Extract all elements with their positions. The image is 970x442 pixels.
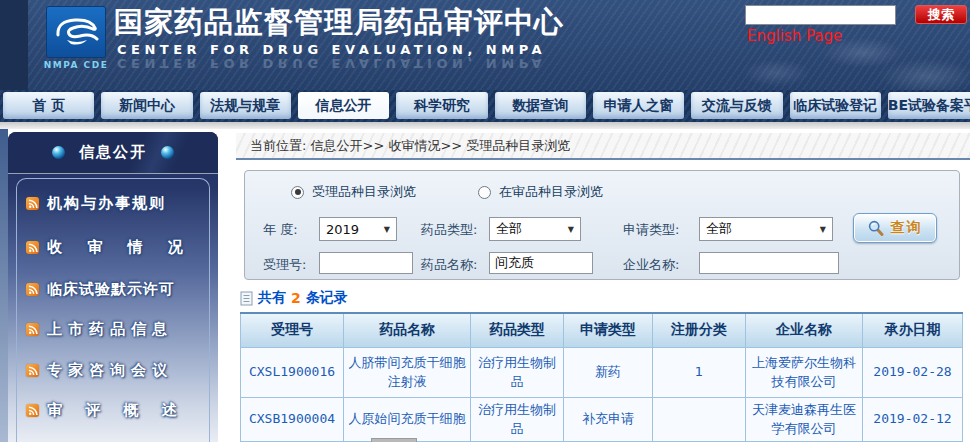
tab-science-research[interactable]: 科学研究 (396, 92, 487, 119)
sidebar-item-org-rules[interactable]: 机构与办事规则 (26, 194, 166, 213)
cell-drug-name: 人原始间充质干细胞 (344, 397, 471, 441)
drug-name-label: 药品名称: (421, 256, 477, 274)
breadcrumb: 当前位置: 信息公开>> 收审情况>> 受理品种目录浏览 (236, 133, 970, 160)
table-header-row: 受理号 药品名称 药品类型 申请类型 注册分类 企业名称 承办日期 (241, 313, 963, 347)
logo-caption: NMPA CDE (34, 60, 118, 70)
catalog-radio-group: 受理品种目录浏览 在审品种目录浏览 (291, 183, 603, 201)
sidebar-item-acceptance-review[interactable]: 收 审 情 况 (26, 238, 193, 257)
main-nav: 首 页 新闻中心 法规与规章 信息公开 科学研究 数据查询 申请人之窗 交流与反… (0, 90, 970, 122)
records-summary: 共有 2 条记录 (240, 289, 348, 307)
query-button[interactable]: 查询 (853, 213, 937, 243)
sidebar-header: 信息公开 (8, 132, 218, 174)
col-handle-date: 承办日期 (863, 313, 963, 347)
apply-type-select[interactable]: 全部 ▼ (699, 217, 833, 241)
sphere-icon (52, 146, 65, 159)
cell-accept-no: CXSL1900016 (241, 347, 344, 397)
left-edge-strip (0, 129, 8, 442)
cell-drug-name: 人脐带间充质干细胞注射液 (344, 347, 471, 397)
radio-under-review-label: 在审品种目录浏览 (499, 183, 603, 201)
query-button-label: 查询 (891, 219, 923, 237)
records-suffix: 条记录 (306, 289, 348, 307)
company-name-label: 企业名称: (623, 256, 679, 274)
apply-type-select-value: 全部 (706, 220, 732, 238)
magnifier-icon (868, 220, 884, 236)
tab-be-trial-platform[interactable]: BE试验备案平台 (888, 92, 970, 119)
cell-handle-date: 2019-02-12 (863, 397, 963, 441)
accept-no-input[interactable] (319, 252, 413, 274)
company-name-input[interactable] (699, 252, 839, 274)
cell-company: 天津麦迪森再生医学有限公司 (746, 397, 863, 441)
sidebar-item-label: 收 审 情 况 (47, 238, 193, 257)
table-row: CXSB1900004 人原始间充质干细胞 治疗用生物制品 补充申请 天津麦迪森… (241, 397, 963, 441)
drug-type-select[interactable]: 全部 ▼ (489, 217, 581, 241)
year-select-value: 2019 (326, 222, 359, 237)
cell-apply-type: 补充申请 (564, 397, 653, 441)
apply-type-label: 申请类型: (623, 221, 679, 239)
radio-accepted-catalog[interactable] (291, 186, 304, 199)
sidebar-title: 信息公开 (79, 143, 147, 162)
rss-icon (26, 241, 39, 254)
sphere-icon (161, 146, 174, 159)
rss-icon (26, 323, 39, 336)
cell-drug-type: 治疗用生物制品 (471, 347, 564, 397)
table-row: CXSL1900016 人脐带间充质干细胞注射液 治疗用生物制品 新药 1 上海… (241, 347, 963, 397)
tab-info-disclosure[interactable]: 信息公开 (298, 92, 389, 119)
cell-reg-class: 1 (653, 347, 746, 397)
accept-no-label: 受理号: (263, 256, 306, 274)
drug-type-select-value: 全部 (496, 220, 522, 238)
chevron-down-icon: ▼ (820, 225, 826, 234)
cell-handle-date: 2019-02-28 (863, 347, 963, 397)
tab-home[interactable]: 首 页 (3, 92, 94, 119)
results-table: 受理号 药品名称 药品类型 申请类型 注册分类 企业名称 承办日期 CXSL19… (240, 312, 963, 442)
page: NMPA CDE 国家药品监督管理局药品审评中心 CENTER FOR DRUG… (0, 0, 970, 442)
cell-accept-no: CXSB1900004 (241, 397, 344, 441)
tab-exchange-feedback[interactable]: 交流与反馈 (691, 92, 782, 119)
col-accept-no: 受理号 (241, 313, 344, 347)
header-left-strip (0, 0, 28, 90)
sidebar-item-marketed-drug-info[interactable]: 上市药品信息 (26, 320, 173, 339)
radio-accepted-label: 受理品种目录浏览 (312, 183, 416, 201)
rss-icon (26, 364, 39, 377)
chevron-down-icon: ▼ (384, 225, 390, 234)
sidebar-item-expert-consultation[interactable]: 专家咨询会议 (26, 361, 173, 380)
col-company: 企业名称 (746, 313, 863, 347)
cell-company: 上海爱萨尔生物科技有限公司 (746, 347, 863, 397)
site-search-input[interactable] (745, 5, 896, 25)
rss-icon (26, 404, 39, 417)
drug-type-label: 药品类型: (421, 221, 477, 239)
site-header: NMPA CDE 国家药品监督管理局药品审评中心 CENTER FOR DRUG… (0, 0, 970, 90)
sidebar-item-review-overview[interactable]: 审 评 概 述 (26, 401, 186, 420)
sidebar-item-label: 临床试验默示许可 (47, 280, 175, 299)
rss-icon (26, 283, 39, 296)
records-count: 2 (291, 290, 301, 306)
col-reg-class: 注册分类 (653, 313, 746, 347)
nmpa-cde-logo-icon (47, 7, 105, 57)
drug-name-input[interactable] (489, 252, 593, 274)
site-subtitle-reflection: CENTER FOR DRUG EVALUATION, NMPA (117, 56, 546, 71)
cell-reg-class (653, 397, 746, 441)
english-page-link[interactable]: English Page (747, 27, 842, 45)
sidebar-item-label: 专家咨询会议 (47, 361, 173, 380)
nav-bottom-strip (0, 122, 970, 129)
col-drug-type: 药品类型 (471, 313, 564, 347)
records-prefix: 共有 (258, 289, 286, 307)
tab-regulations[interactable]: 法规与规章 (200, 92, 291, 119)
tab-applicant-window[interactable]: 申请人之窗 (593, 92, 684, 119)
tab-data-query[interactable]: 数据查询 (495, 92, 586, 119)
swan-logo-icon (53, 13, 99, 51)
year-select[interactable]: 2019 ▼ (319, 217, 397, 241)
year-label: 年 度: (263, 221, 298, 239)
tab-clinical-trial-registry[interactable]: 临床试验登记 (790, 92, 881, 119)
cell-apply-type: 新药 (564, 347, 653, 397)
sidebar-info-disclosure: 信息公开 机构与办事规则 收 审 情 况 临床试验默示许可 上市药品信息 专家咨… (8, 132, 218, 442)
rss-icon (26, 197, 39, 210)
cell-drug-type: 治疗用生物制品 (471, 397, 564, 441)
chevron-down-icon: ▼ (568, 225, 574, 234)
filter-panel: 受理品种目录浏览 在审品种目录浏览 年 度: 2019 ▼ 药品类型: 全部 ▼… (244, 170, 960, 280)
site-search-button[interactable]: 搜索 (915, 5, 967, 24)
tab-news[interactable]: 新闻中心 (101, 92, 192, 119)
sidebar-item-clinical-trial-default-license[interactable]: 临床试验默示许可 (26, 280, 175, 299)
site-title: 国家药品监督管理局药品审评中心 (114, 3, 564, 43)
radio-under-review-catalog[interactable] (478, 186, 491, 199)
pagination-button-fragment[interactable] (371, 438, 417, 442)
